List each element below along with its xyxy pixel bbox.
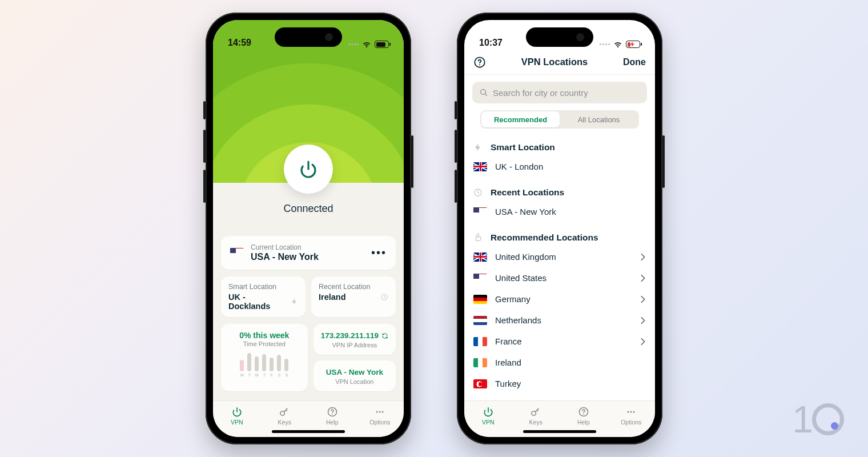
status-time: 14:59 bbox=[228, 38, 251, 48]
ip-value: 173.239.211.119 bbox=[321, 331, 379, 340]
tab-vpn[interactable]: VPN bbox=[213, 401, 261, 430]
recent-location-card[interactable]: Recent Location Ireland bbox=[311, 276, 396, 317]
flag-uk-icon bbox=[473, 252, 487, 262]
dynamic-island bbox=[526, 27, 593, 47]
battery-icon bbox=[375, 41, 389, 48]
seg-recommended[interactable]: Recommended bbox=[481, 111, 560, 127]
chevron-right-icon bbox=[640, 316, 646, 324]
power-button[interactable] bbox=[284, 145, 333, 194]
country-name: United States bbox=[495, 273, 546, 283]
more-icon[interactable]: ••• bbox=[371, 246, 387, 259]
flag-nl-icon bbox=[473, 316, 487, 325]
vpn-location-value: USA - New York bbox=[326, 368, 383, 376]
flag-us-icon bbox=[473, 207, 487, 217]
svg-point-7 bbox=[332, 413, 333, 414]
flag-de-icon bbox=[473, 295, 487, 304]
connection-status: Connected bbox=[213, 203, 404, 215]
cell-signal-icon bbox=[348, 43, 359, 45]
refresh-icon[interactable] bbox=[381, 332, 388, 339]
country-name: France bbox=[495, 336, 522, 346]
smart-location-card[interactable]: Smart Location UK - Docklands bbox=[221, 276, 306, 317]
svg-point-9 bbox=[379, 411, 381, 412]
flag-us-icon bbox=[473, 274, 487, 283]
home-indicator[interactable] bbox=[272, 430, 345, 433]
chevron-right-icon bbox=[640, 295, 646, 303]
chevron-right-icon bbox=[640, 253, 646, 261]
svg-point-12 bbox=[479, 64, 480, 65]
done-button[interactable]: Done bbox=[623, 57, 646, 67]
tab-help[interactable]: Help bbox=[560, 401, 608, 430]
search-placeholder: Search for city or country bbox=[493, 88, 588, 98]
country-name: United Kingdom bbox=[495, 252, 556, 262]
recent-location-value: Ireland bbox=[319, 292, 346, 302]
tab-options[interactable]: Options bbox=[356, 401, 404, 430]
phone-locations: 10:37 VPN Locations Done Search for city… bbox=[457, 13, 662, 444]
row-country[interactable]: Ireland bbox=[464, 352, 655, 373]
vpn-location-sub: VPN Location bbox=[321, 378, 388, 385]
flag-us-icon bbox=[230, 248, 244, 258]
current-location-value: USA - New York bbox=[251, 252, 319, 262]
country-name: Netherlands bbox=[495, 315, 541, 325]
chevron-right-icon bbox=[640, 274, 646, 282]
segmented-control: Recommended All Locations bbox=[480, 110, 639, 129]
svg-point-22 bbox=[630, 411, 632, 412]
row-country[interactable]: Netherlands bbox=[464, 310, 655, 331]
tab-keys[interactable]: Keys bbox=[261, 401, 309, 430]
time-protected-sub: Time Protected bbox=[228, 340, 300, 347]
power-small-icon bbox=[483, 406, 494, 418]
time-protected-card[interactable]: 0% this week Time Protected MTWTFSS bbox=[221, 324, 308, 391]
ip-sub: VPN IP Address bbox=[321, 342, 388, 348]
chevron-right-icon bbox=[640, 338, 646, 346]
tab-vpn[interactable]: VPN bbox=[464, 401, 512, 430]
ip-address-card[interactable]: 173.239.211.119 VPN IP Address bbox=[314, 324, 396, 355]
home-indicator[interactable] bbox=[523, 430, 596, 433]
section-smart: Smart Location bbox=[464, 132, 655, 156]
help-icon bbox=[578, 406, 589, 418]
flag-uk-icon bbox=[473, 162, 487, 171]
tab-keys[interactable]: Keys bbox=[512, 401, 560, 430]
seg-all-locations[interactable]: All Locations bbox=[560, 111, 638, 127]
section-recent: Recent Locations bbox=[464, 177, 655, 201]
current-location-card[interactable]: Current Location USA - New York ••• bbox=[221, 236, 396, 270]
location-list: Smart Location UK - London Recent Locati… bbox=[464, 129, 655, 434]
recent-location-label: Recent Location bbox=[319, 283, 388, 291]
section-recommended: Recommended Locations bbox=[464, 222, 655, 246]
help-icon[interactable] bbox=[473, 56, 486, 69]
svg-line-14 bbox=[485, 94, 487, 95]
tab-options[interactable]: Options bbox=[608, 401, 656, 430]
country-name: Ireland bbox=[495, 358, 521, 367]
vpn-location-card[interactable]: USA - New York VPN Location bbox=[314, 360, 396, 391]
tab-help[interactable]: Help bbox=[308, 401, 356, 430]
row-country[interactable]: United Kingdom bbox=[464, 246, 655, 267]
bolt-icon bbox=[291, 298, 298, 306]
svg-point-20 bbox=[583, 413, 584, 414]
wifi-icon bbox=[362, 41, 371, 48]
country-name: Turkey bbox=[495, 379, 521, 388]
search-input[interactable]: Search for city or country bbox=[472, 82, 647, 103]
week-bars bbox=[228, 352, 300, 371]
battery-low-icon bbox=[626, 41, 640, 48]
svg-point-8 bbox=[376, 411, 378, 412]
row-country[interactable]: United States bbox=[464, 267, 655, 288]
svg-point-23 bbox=[633, 411, 635, 412]
row-country[interactable]: Germany bbox=[464, 288, 655, 310]
more-icon bbox=[374, 406, 385, 418]
key-icon bbox=[279, 406, 290, 418]
flag-ie-icon bbox=[473, 358, 487, 367]
search-icon bbox=[479, 88, 488, 97]
clock-icon bbox=[473, 188, 483, 197]
power-icon bbox=[297, 158, 320, 181]
flag-fr-icon bbox=[473, 337, 487, 346]
current-location-label: Current Location bbox=[251, 243, 319, 251]
more-icon bbox=[625, 406, 637, 418]
smart-location-value: UK - Docklands bbox=[228, 292, 286, 311]
smart-location-label: Smart Location bbox=[228, 283, 298, 291]
help-icon bbox=[327, 406, 338, 418]
row-smart-location[interactable]: UK - London bbox=[464, 156, 655, 177]
row-recent-location[interactable]: USA - New York bbox=[464, 201, 655, 222]
row-country[interactable]: France bbox=[464, 331, 655, 352]
nav-bar: VPN Locations Done bbox=[464, 50, 655, 75]
phone-connected: 14:59 Connected Current Location USA - N… bbox=[206, 13, 411, 444]
row-country[interactable]: Turkey bbox=[464, 373, 655, 394]
week-day-labels: MTWTFSS bbox=[228, 373, 300, 377]
